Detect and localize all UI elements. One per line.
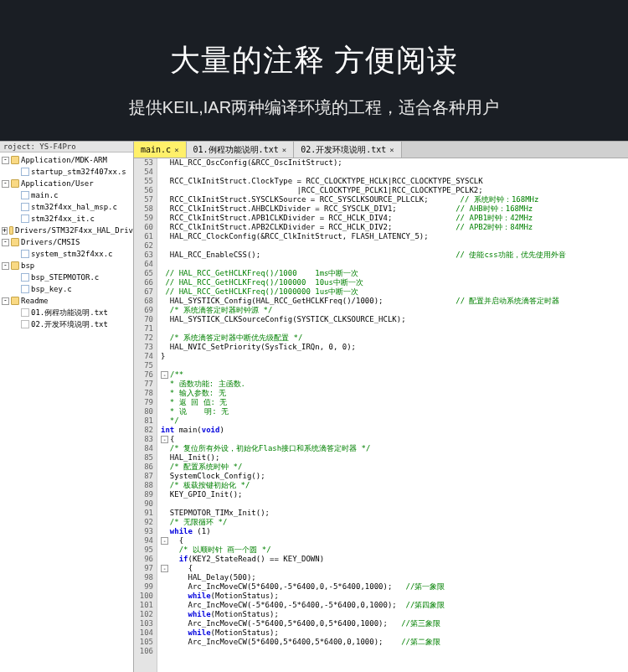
file-icon [21,250,29,258]
code-body: HAL_RCC_OscConfig(&RCC_OscInitStruct); R… [157,158,628,672]
tab-label: 02.开发环境说明.txt [301,144,386,156]
tree-item[interactable]: +Drivers/STM32F4xx_HAL_Driv [2,225,133,236]
tree-item-label: Drivers/CMSIS [21,237,80,248]
tree-item-label: startup_stm32f407xx.s [31,167,126,178]
project-tree-header: roject: YS-F4Pro [0,142,133,152]
expand-icon[interactable]: - [2,297,9,305]
tree-item-label: 01.例程功能说明.txt [31,308,108,318]
tree-item[interactable]: -bsp [2,260,133,271]
expand-icon[interactable]: - [2,157,9,164]
folder-icon [11,297,19,305]
editor-tab[interactable]: 02.开发环境说明.txt× [294,142,402,158]
tree-item[interactable]: system_stm32f4xx.c [2,248,133,260]
folder-icon [11,179,19,188]
ide-window: roject: YS-F4Pro -Application/MDK-ARMsta… [0,141,628,672]
project-tree: roject: YS-F4Pro -Application/MDK-ARMsta… [0,142,134,672]
folder-icon [11,156,19,164]
tree-item[interactable]: startup_stm32f407xx.s [2,166,133,178]
tree-item-label: bsp_STEPMOTOR.c [31,272,99,283]
hero-subtitle: 提供KEIL,IAR两种编译环境的工程，适合各种用户 [0,96,628,119]
tree-item-label: Drivers/STM32F4xx_HAL_Driv [15,225,133,236]
close-icon[interactable]: × [174,146,178,154]
expand-icon[interactable]: - [2,262,9,270]
folder-icon [11,261,19,270]
close-icon[interactable]: × [389,146,394,154]
txt-icon [21,320,29,328]
tree-item[interactable]: bsp_key.c [2,283,133,295]
tree-item[interactable]: 02.开发环境说明.txt [2,318,133,330]
file-icon [21,215,29,223]
expand-icon[interactable]: - [2,239,9,246]
tree-item[interactable]: stm32f4xx_it.c [2,213,133,225]
tree-item[interactable]: -Readme [2,295,133,307]
file-icon [21,285,29,293]
tree-item[interactable]: -Application/User [2,178,133,189]
folder-icon [11,238,19,246]
tree-item[interactable]: stm32f4xx_hal_msp.c [2,201,133,213]
tree-item-label: main.c [31,190,59,201]
tree-item-label: bsp [21,261,34,271]
tree-item-label: stm32f4xx_hal_msp.c [31,202,117,213]
tree-item[interactable]: main.c [2,189,133,201]
tree-item-label: Application/MDK-ARM [21,155,107,166]
tree-item[interactable]: 01.例程功能说明.txt [2,307,133,318]
file-icon [21,168,29,176]
hero-title: 大量的注释 方便阅读 [0,40,628,81]
tree-item[interactable]: -Application/MDK-ARM [2,154,133,166]
tab-bar: main.c×01.例程功能说明.txt×02.开发环境说明.txt× [134,142,628,158]
editor-tab[interactable]: 01.例程功能说明.txt× [187,142,295,158]
code-editor: main.c×01.例程功能说明.txt×02.开发环境说明.txt× 53 5… [134,142,628,672]
editor-tab[interactable]: main.c× [134,142,187,158]
expand-icon[interactable]: + [2,227,8,235]
expand-icon[interactable]: - [2,180,9,188]
tree-item-label: system_stm32f4xx.c [31,249,113,260]
close-icon[interactable]: × [282,146,286,154]
file-icon [21,203,29,211]
txt-icon [21,308,29,317]
folder-icon [9,226,13,235]
tree-item-label: Application/User [21,178,94,189]
file-icon [21,273,29,282]
tree-item-label: stm32f4xx_it.c [31,214,95,225]
tree-item-label: bsp_key.c [31,284,72,295]
file-icon [21,191,29,199]
tree-item-label: 02.开发环境说明.txt [31,319,108,330]
tab-label: main.c [141,145,171,154]
tree-item[interactable]: -Drivers/CMSIS [2,236,133,248]
line-gutter: 53 54 55 56 57 58 59 60 61 62 63 64 65 6… [134,158,157,672]
tab-label: 01.例程功能说明.txt [193,144,279,156]
tree-item[interactable]: bsp_STEPMOTOR.c [2,271,133,283]
tree-item-label: Readme [21,296,49,307]
